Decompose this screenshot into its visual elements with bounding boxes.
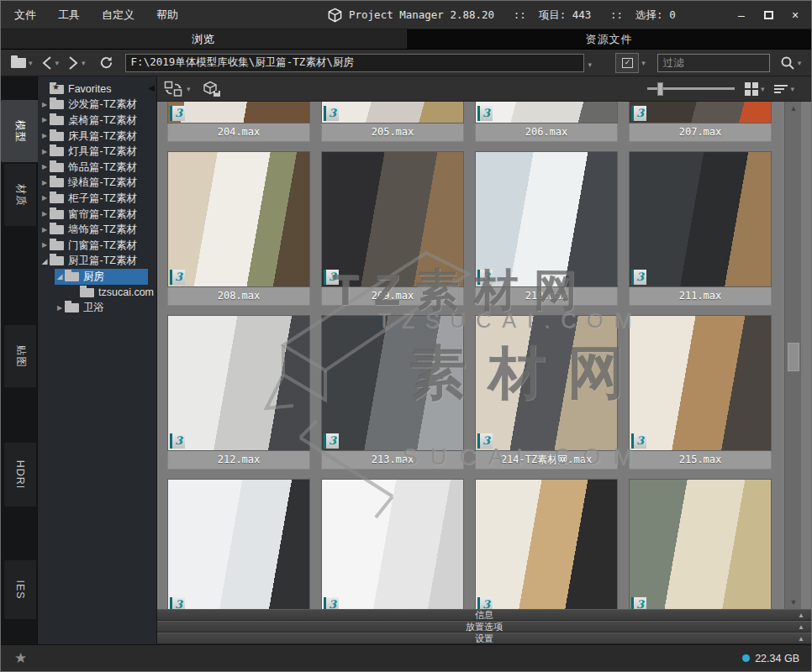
minimize-icon[interactable]: – xyxy=(734,8,749,23)
tree-item[interactable]: tzsucai.com xyxy=(70,285,148,301)
tab-maps[interactable]: 贴图 xyxy=(4,325,36,387)
tree-item-selected[interactable]: ◢厨房 xyxy=(55,269,148,285)
tree-item[interactable]: ▶灯具篇-TZ素材 xyxy=(40,144,148,160)
tree-item[interactable]: ▶桌椅篇-TZ素材 xyxy=(40,113,148,129)
tree-item[interactable]: ▶墙饰篇-TZ素材 xyxy=(40,222,148,238)
collapsed-arrow-icon[interactable]: ▶ xyxy=(40,223,50,238)
scroll-down-icon[interactable]: ▼ xyxy=(785,596,802,609)
asset-thumbnail[interactable]: 3 xyxy=(167,151,310,287)
menu-customize[interactable]: 自定义 xyxy=(102,8,134,23)
collapsed-arrow-icon[interactable]: ▶ xyxy=(40,97,50,113)
collapse-arrow-icon[interactable]: ▲ xyxy=(798,622,804,633)
asset-tile[interactable]: 3 xyxy=(629,479,772,609)
asset-thumbnail[interactable]: 3 xyxy=(167,102,310,123)
tree-item[interactable]: ▶饰品篇-TZ素材 xyxy=(40,160,148,176)
path-input[interactable] xyxy=(125,54,584,72)
collapse-arrow-icon[interactable]: ▲ xyxy=(798,634,804,644)
tab-resource-files[interactable]: 资源文件 xyxy=(406,29,811,49)
tab-materials[interactable]: 材质 xyxy=(4,164,36,226)
collapse-arrow-icon[interactable]: ▲ xyxy=(798,611,804,621)
close-icon[interactable]: × xyxy=(788,8,803,23)
back-button[interactable] xyxy=(41,55,60,71)
asset-thumbnail[interactable]: 3 xyxy=(475,151,618,287)
tree-collapse-icon[interactable]: ◀ xyxy=(148,83,155,92)
sort-button[interactable] xyxy=(774,85,794,93)
asset-thumbnail[interactable]: 3 xyxy=(629,151,772,287)
asset-tile[interactable]: 3215.max xyxy=(629,315,772,470)
asset-tile[interactable]: 3214-TZ素材网.max xyxy=(475,315,618,470)
asset-thumbnail[interactable]: 3 xyxy=(629,479,772,609)
asset-tile[interactable]: 3 xyxy=(475,479,618,609)
menu-tools[interactable]: 工具 xyxy=(58,8,80,23)
thumbnail-view-button[interactable] xyxy=(745,82,765,96)
panel-settings[interactable]: 设置 ▲ xyxy=(157,633,811,644)
filter-input[interactable] xyxy=(657,54,770,72)
asset-tile[interactable]: 3210.max xyxy=(475,151,618,306)
tree-item[interactable]: ▶绿植篇-TZ素材 xyxy=(40,176,148,192)
subfolders-toggle-button[interactable] xyxy=(602,53,646,73)
asset-tile[interactable]: 3206.max xyxy=(475,102,618,142)
tree-item[interactable]: ▶柜子篇-TZ素材 xyxy=(40,191,148,207)
asset-tile[interactable]: 3209.max xyxy=(321,151,464,306)
tree-item[interactable]: ◢厨卫篇-TZ素材 xyxy=(40,254,148,270)
collapsed-arrow-icon[interactable]: ▶ xyxy=(40,191,50,206)
asset-thumbnail[interactable]: 3 xyxy=(167,479,310,609)
collapsed-arrow-icon[interactable]: ▶ xyxy=(40,207,50,222)
asset-tile[interactable]: 3 xyxy=(321,479,464,609)
refresh-button[interactable] xyxy=(99,55,113,70)
asset-thumbnail[interactable]: 3 xyxy=(321,479,464,609)
tree-item[interactable]: ▶床具篇-TZ素材 xyxy=(40,129,148,144)
tree-item[interactable]: ▶沙发篇-TZ素材 xyxy=(40,97,148,113)
scrollbar-thumb[interactable] xyxy=(788,343,799,371)
asset-tile[interactable]: 3204.max xyxy=(167,102,310,142)
collapsed-arrow-icon[interactable]: ▶ xyxy=(40,129,50,144)
asset-tile[interactable]: 3205.max xyxy=(321,102,464,142)
collapsed-arrow-icon[interactable]: ▶ xyxy=(55,301,65,316)
menu-file[interactable]: 文件 xyxy=(14,8,36,23)
favorites-star-icon[interactable]: ★ xyxy=(14,649,27,667)
asset-thumbnail[interactable]: 3 xyxy=(475,315,618,451)
collapsed-arrow-icon[interactable]: ▶ xyxy=(40,160,50,175)
path-dropdown-button[interactable] xyxy=(586,55,593,71)
asset-tile[interactable]: 3 xyxy=(167,479,310,609)
collapsed-arrow-icon[interactable]: ▶ xyxy=(40,238,50,253)
sync-thumbnails-button[interactable] xyxy=(164,81,191,97)
thumbnail-size-slider[interactable] xyxy=(647,82,735,96)
tree-item[interactable]: ★Favorites xyxy=(40,81,148,97)
maximize-icon[interactable] xyxy=(761,8,776,23)
tab-ies[interactable]: IES xyxy=(4,560,36,619)
panel-info[interactable]: 信息 ▲ xyxy=(157,609,811,621)
asset-tile[interactable]: 3212.max xyxy=(167,315,310,470)
asset-thumbnail[interactable]: 3 xyxy=(475,479,618,609)
tab-browse[interactable]: 浏览 xyxy=(1,29,406,49)
tree-item[interactable]: ▶门窗篇-TZ素材 xyxy=(40,238,148,254)
save-model-button[interactable] xyxy=(203,81,221,97)
tab-hdri[interactable]: HDRI xyxy=(4,443,36,507)
asset-thumbnail[interactable]: 3 xyxy=(629,315,772,451)
expanded-arrow-icon[interactable]: ◢ xyxy=(40,254,50,269)
slider-thumb[interactable] xyxy=(657,82,663,96)
tree-item[interactable]: ▶卫浴 xyxy=(55,300,148,316)
asset-thumbnail[interactable]: 3 xyxy=(475,102,618,123)
open-folder-button[interactable] xyxy=(11,58,33,68)
asset-tile[interactable]: 3208.max xyxy=(167,151,310,306)
asset-tile[interactable]: 3207.max xyxy=(629,102,772,142)
panel-placement-options[interactable]: 放置选项 ▲ xyxy=(157,621,811,633)
scroll-up-icon[interactable]: ▲ xyxy=(785,102,802,115)
asset-thumbnail[interactable]: 3 xyxy=(321,102,464,123)
asset-thumbnail[interactable]: 3 xyxy=(167,315,310,451)
collapsed-arrow-icon[interactable]: ▶ xyxy=(40,113,50,128)
menu-help[interactable]: 帮助 xyxy=(156,8,178,23)
asset-thumbnail[interactable]: 3 xyxy=(629,102,772,123)
vertical-scrollbar[interactable]: ▲ ▼ xyxy=(784,102,801,609)
tree-item[interactable]: ▶窗帘篇-TZ素材 xyxy=(40,207,148,223)
asset-thumbnail[interactable]: 3 xyxy=(321,315,464,451)
asset-thumbnail[interactable]: 3 xyxy=(321,151,464,287)
asset-tile[interactable]: 3213.max xyxy=(321,315,464,470)
asset-tile[interactable]: 3211.max xyxy=(629,151,772,306)
search-button[interactable] xyxy=(780,55,802,71)
expanded-arrow-icon[interactable]: ◢ xyxy=(55,269,65,284)
collapsed-arrow-icon[interactable]: ▶ xyxy=(40,176,50,191)
tab-models[interactable]: 模型 xyxy=(1,100,38,162)
forward-button[interactable] xyxy=(67,55,86,71)
